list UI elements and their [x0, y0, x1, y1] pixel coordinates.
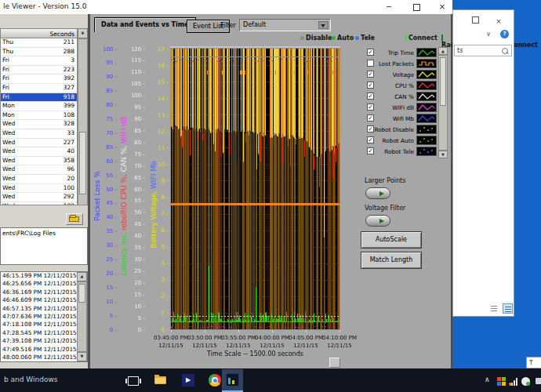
timestamp-row[interactable]: 47:39.108 PM 12/11/2015 [1, 337, 87, 345]
timestamp-scroll-up-button[interactable]: ▲ [77, 272, 87, 281]
file-scrollbar-thumb[interactable] [79, 132, 86, 194]
series-style-icon[interactable] [416, 70, 437, 79]
log-viewer-taskbar-button[interactable] [222, 369, 243, 392]
tray-expand-chevron[interactable]: ∧ [485, 376, 490, 383]
file-row[interactable]: Mon108 [1, 111, 77, 121]
chrome-button[interactable] [207, 372, 223, 388]
series-style-icon[interactable] [416, 114, 437, 123]
file-scrollbar[interactable] [78, 38, 88, 205]
series-row: ✓Voltage [361, 69, 450, 80]
series-checkbox[interactable]: ✓ [367, 114, 374, 122]
series-scrollbar[interactable] [438, 55, 448, 151]
timestamp-scrollbar[interactable] [77, 281, 87, 352]
voltage-filter-label: Voltage Filter [365, 205, 405, 212]
series-style-icon[interactable] [416, 136, 437, 145]
series-checkbox[interactable]: ✓ [367, 136, 374, 143]
file-row[interactable]: Fri392 [1, 74, 77, 84]
timestamp-row[interactable]: 46:36.169 PM 12/11/2015 [1, 289, 87, 296]
help-icon[interactable]: ? [500, 30, 509, 38]
maximize-button[interactable] [410, 2, 423, 13]
explorer-maximize-button[interactable] [470, 16, 480, 26]
open-folder-button[interactable] [66, 213, 83, 225]
match-length-button[interactable]: Match Length [361, 252, 422, 269]
series-checkbox[interactable] [367, 60, 374, 67]
timestamp-row[interactable]: 46:15.199 PM 12/11/2015 [1, 272, 87, 280]
file-row[interactable]: Wed100 [1, 184, 77, 194]
taskbar-search[interactable]: b and Windows [4, 376, 58, 383]
file-row[interactable]: Wed358 [1, 157, 77, 166]
timestamp-row[interactable]: 46:25.656 PM 12/11/2015 [1, 280, 87, 288]
autoscale-button[interactable]: AutoScale [361, 231, 422, 249]
file-row[interactable]: Wed20 [1, 175, 77, 184]
timestamp-row[interactable]: 46:46.609 PM 12/11/2015 [1, 296, 87, 304]
office-icon[interactable] [497, 377, 506, 386]
tray-app-icon[interactable] [521, 377, 530, 386]
file-row[interactable]: Fri223 [1, 66, 77, 75]
timestamp-row[interactable]: 48:00.060 PM 12/11/2015 [1, 354, 87, 361]
file-row[interactable]: Fri327 [1, 84, 77, 93]
file-row[interactable]: Fri3 [1, 56, 77, 66]
file-row[interactable]: Wed292 [1, 193, 77, 202]
file-row[interactable]: Thu288 [1, 48, 77, 57]
timestamp-row[interactable]: 46:57.135 PM 12/11/2015 [1, 305, 87, 313]
close-button[interactable]: × [436, 2, 448, 13]
explorer-search-input[interactable]: ts [454, 45, 512, 56]
file-scroll-up-button[interactable]: ▲ [78, 28, 88, 38]
file-table-header[interactable]: Seconds [0, 28, 78, 38]
timestamp-list[interactable]: 46:15.199 PM 12/11/201546:25.656 PM 12/1… [0, 271, 88, 362]
file-explorer-button[interactable] [153, 372, 169, 388]
series-checkbox[interactable]: ✓ [367, 93, 374, 100]
movies-tv-button[interactable]: ▶ [180, 372, 196, 388]
series-scroll-down-button[interactable]: ▼ [438, 151, 448, 158]
series-label: Trip Time [374, 49, 414, 56]
series-style-icon[interactable] [416, 147, 437, 156]
timestamp-scroll-down-button[interactable]: ▼ [77, 352, 87, 361]
file-row[interactable]: Wed328 [1, 120, 77, 129]
file-row[interactable]: Thu211 [1, 38, 77, 48]
file-row[interactable]: Wed40 [1, 147, 77, 157]
monitor-icon[interactable] [536, 378, 541, 384]
timestamp-row[interactable]: 47:18.108 PM 12/11/2015 [1, 321, 87, 328]
file-row[interactable]: Wed33 [1, 129, 77, 139]
series-style-icon[interactable] [416, 81, 437, 90]
minimize-button[interactable]: − [383, 2, 395, 13]
voltage-filter-toggle[interactable] [365, 215, 390, 227]
series-style-icon[interactable] [416, 48, 437, 57]
tab-data-and-events[interactable]: Data and Events vs Time [94, 17, 196, 32]
series-row: ✓Trip Time [361, 47, 450, 58]
series-scroll-up-button[interactable]: ▲ [438, 47, 448, 55]
network-icon[interactable] [509, 377, 518, 386]
chart-canvas[interactable] [90, 44, 361, 358]
series-checkbox[interactable]: ✓ [367, 82, 374, 89]
series-checkbox[interactable]: ✓ [367, 49, 374, 56]
timestamp-row[interactable]: 47:49.516 PM 12/11/2015 [1, 346, 87, 354]
series-style-icon[interactable] [416, 125, 437, 134]
timestamp-row[interactable]: 47:28.545 PM 12/11/2015 [1, 329, 87, 337]
ribbon-chevron-icon[interactable]: ∨ [486, 31, 491, 38]
larger-points-toggle[interactable] [365, 187, 390, 199]
file-row[interactable]: Wed227 [1, 139, 77, 148]
file-row[interactable]: Wed182 [1, 202, 77, 205]
series-checkbox[interactable]: ✓ [367, 103, 374, 111]
series-checkbox[interactable]: ✓ [367, 147, 374, 154]
series-style-icon[interactable] [416, 59, 437, 68]
series-style-icon[interactable] [416, 103, 437, 112]
series-scrollbar-thumb[interactable] [440, 57, 446, 106]
file-row[interactable]: Wed96 [1, 165, 77, 175]
series-style-icon[interactable] [416, 92, 437, 101]
seconds-column-header[interactable]: Seconds [49, 31, 74, 38]
log-path-box[interactable]: ents\FRC\Log Files [0, 227, 88, 265]
series-checkbox[interactable]: ✓ [367, 71, 374, 78]
details-view-button[interactable] [503, 303, 513, 314]
timestamp-scrollbar-thumb[interactable] [78, 284, 85, 303]
series-checkbox[interactable]: ✓ [367, 125, 374, 132]
chart-small-button[interactable] [329, 358, 340, 368]
file-row[interactable]: Mon399 [1, 102, 77, 111]
timestamp-row[interactable]: 47:07.636 PM 12/11/2015 [1, 313, 87, 321]
file-list[interactable]: Thu211Thu288Fri3Fri223Fri392Fri327Fri918… [0, 38, 78, 205]
filter-dropdown[interactable]: Default [239, 19, 331, 31]
list-view-button[interactable] [489, 303, 499, 314]
task-view-button[interactable] [125, 372, 141, 388]
file-row[interactable]: Fri918 [1, 93, 77, 103]
explorer-close-button[interactable]: × [494, 16, 503, 26]
